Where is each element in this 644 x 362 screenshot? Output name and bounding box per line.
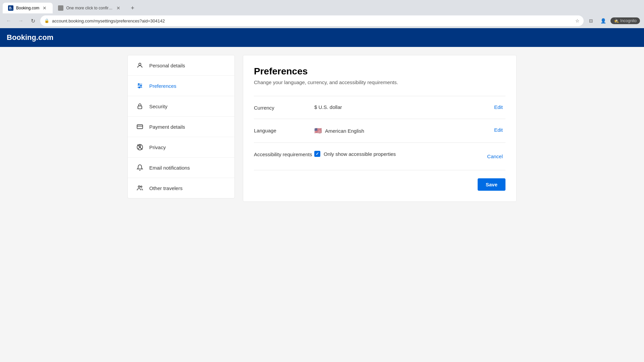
svg-point-4 [138, 83, 139, 84]
sliders-icon [136, 82, 144, 90]
language-text: American English [325, 128, 364, 134]
language-setting-row: Language 🇺🇸 American English Edit [254, 119, 505, 143]
bell-icon [136, 164, 144, 172]
sidebar-label-security: Security [149, 104, 167, 109]
tab-bar: B. Booking.com ✕ One more click to confi… [0, 0, 644, 13]
sidebar-item-privacy[interactable]: Privacy [128, 137, 234, 158]
sidebar-item-preferences[interactable]: Preferences [128, 76, 234, 96]
address-bar-row: ← → ↻ 🔒 account.booking.com/mysettings/p… [0, 13, 644, 28]
currency-text: $ U.S. dollar [314, 104, 342, 110]
tab-close-booking[interactable]: ✕ [42, 5, 47, 11]
sidebar-item-email-notifications[interactable]: Email notifications [128, 158, 234, 178]
page-content: Personal details Preferences Security Pa… [0, 47, 644, 362]
profile-button[interactable]: 👤 [598, 16, 608, 25]
sidebar-item-other-travelers[interactable]: Other travelers [128, 178, 234, 198]
sidebar-item-payment-details[interactable]: Payment details [128, 117, 234, 137]
save-button[interactable]: Save [478, 178, 505, 191]
tab-title-confirm: One more click to confirm your [66, 6, 113, 10]
privacy-icon [136, 143, 144, 151]
bookmark-star-icon[interactable]: ☆ [575, 18, 580, 23]
svg-point-6 [139, 87, 140, 88]
tab-close-confirm[interactable]: ✕ [116, 5, 121, 11]
flag-icon: 🇺🇸 [314, 127, 322, 134]
sidebar: Personal details Preferences Security Pa… [127, 55, 235, 198]
incognito-icon: 🕵 [614, 18, 619, 23]
sidebar-label-preferences: Preferences [149, 83, 176, 89]
currency-value: $ U.S. dollar [314, 104, 491, 110]
group-icon [136, 184, 144, 192]
incognito-badge: 🕵 Incognito [610, 17, 640, 24]
accessibility-checkbox-label: Only show accessible properties [324, 151, 396, 157]
svg-point-13 [138, 186, 140, 187]
svg-point-5 [141, 85, 142, 86]
sidebar-label-personal-details: Personal details [149, 63, 185, 68]
accessibility-value: ✓ Only show accessible properties [314, 151, 484, 157]
header-logo: Booking.com [7, 33, 53, 42]
cancel-button[interactable]: Cancel [484, 151, 505, 162]
sidebar-label-email-notifications: Email notifications [149, 165, 190, 171]
page-title: Preferences [254, 66, 505, 77]
credit-card-icon [136, 123, 144, 131]
bookmark-button[interactable]: ⊟ [586, 16, 596, 25]
person-icon [136, 61, 144, 69]
save-row: Save [254, 170, 505, 191]
language-label: Language [254, 127, 314, 133]
accessibility-setting-row: Accessibility requirements ✓ Only show a… [254, 143, 505, 170]
sidebar-label-payment-details: Payment details [149, 124, 185, 130]
sidebar-label-privacy: Privacy [149, 144, 166, 150]
refresh-button[interactable]: ↻ [28, 16, 38, 25]
checkmark-icon: ✓ [316, 152, 319, 156]
language-edit-button[interactable]: Edit [491, 127, 505, 133]
incognito-label: Incognito [620, 18, 637, 23]
tab-favicon-confirm [58, 5, 63, 11]
svg-point-14 [141, 186, 142, 187]
back-button[interactable]: ← [4, 16, 13, 25]
lock-icon: 🔒 [44, 18, 49, 23]
page-header: Booking.com [0, 28, 644, 47]
tab-confirm[interactable]: One more click to confirm your ✕ [53, 3, 126, 13]
lock-icon [136, 102, 144, 110]
main-panel: Preferences Change your language, curren… [243, 55, 517, 202]
address-bar[interactable]: 🔒 account.booking.com/mysettings/prefere… [40, 15, 584, 26]
forward-button[interactable]: → [16, 16, 25, 25]
svg-point-0 [139, 63, 141, 65]
currency-label: Currency [254, 104, 314, 111]
currency-edit-button[interactable]: Edit [491, 104, 505, 110]
sidebar-item-personal-details[interactable]: Personal details [128, 55, 234, 76]
page-subtitle: Change your language, currency, and acce… [254, 79, 505, 85]
currency-setting-row: Currency $ U.S. dollar Edit [254, 96, 505, 119]
sidebar-label-other-travelers: Other travelers [149, 185, 182, 191]
accessibility-checkbox[interactable]: ✓ [314, 151, 320, 157]
svg-rect-7 [138, 106, 142, 109]
sidebar-item-security[interactable]: Security [128, 96, 234, 117]
accessibility-checkbox-wrapper: ✓ Only show accessible properties [314, 151, 396, 157]
browser-chrome: B. Booking.com ✕ One more click to confi… [0, 0, 644, 28]
language-value: 🇺🇸 American English [314, 127, 491, 134]
svg-rect-8 [137, 125, 143, 129]
tab-favicon-booking: B. [8, 5, 13, 11]
new-tab-button[interactable]: + [128, 3, 137, 13]
accessibility-label: Accessibility requirements [254, 151, 314, 157]
tab-title-booking: Booking.com [16, 6, 39, 10]
address-text: account.booking.com/mysettings/preferenc… [52, 18, 573, 23]
content-wrapper: Personal details Preferences Security Pa… [121, 55, 523, 202]
tab-booking[interactable]: B. Booking.com ✕ [3, 3, 53, 13]
